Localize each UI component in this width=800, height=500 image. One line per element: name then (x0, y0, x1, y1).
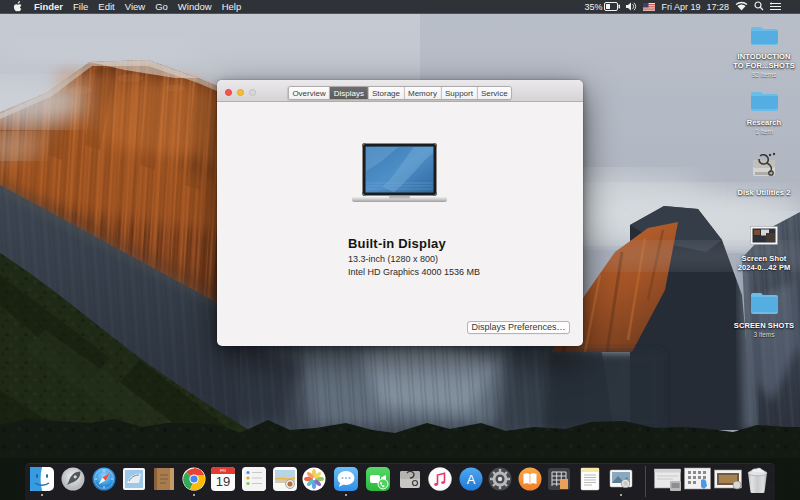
svg-text:A: A (467, 472, 476, 487)
svg-text:FRI: FRI (220, 469, 226, 473)
svg-text:19: 19 (216, 474, 230, 489)
